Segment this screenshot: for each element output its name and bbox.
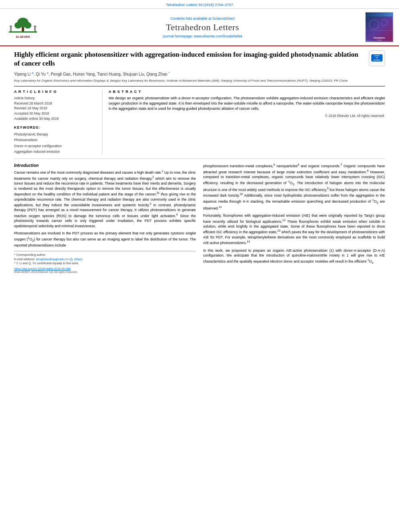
article-title: Highly efficient organic photosensitizer… bbox=[14, 50, 364, 68]
footnote-section: * Corresponding author. E-mail address: … bbox=[14, 251, 196, 273]
article-title-main: Highly efficient organic photosensitizer… bbox=[14, 50, 364, 83]
right-paragraph-1: phosphorescent transition-metal complexe… bbox=[203, 163, 385, 211]
keyword-3: Donor-π-acceptor configuration bbox=[14, 143, 97, 149]
intro-paragraph-2: Photosensitizers are involved in the PDT… bbox=[14, 231, 196, 248]
right-paragraph-3: In this work, we proposed to prepare an … bbox=[203, 248, 385, 265]
article-info-title: A R T I C L E I N F O bbox=[14, 90, 97, 94]
sciencedirect-link[interactable]: ScienceDirect bbox=[212, 16, 235, 21]
abstract-section: A B S T R A C T We design an organic pho… bbox=[109, 90, 385, 155]
svg-point-6 bbox=[10, 25, 12, 28]
intro-paragraph-1: Cancer remains one of the most commonly … bbox=[14, 169, 196, 228]
journal-homepage: journal homepage: www.elsevier.com/locat… bbox=[163, 34, 242, 38]
journal-cover-image: Tetrahedron Letters bbox=[365, 12, 393, 42]
page: Tetrahedron Letters 59 (2018) 2704–2707 bbox=[0, 0, 399, 532]
email-link[interactable]: iamqzhao@njupt.edu.cn (Q. Zhao). bbox=[36, 257, 83, 261]
right-column: phosphorescent transition-metal complexe… bbox=[203, 163, 385, 273]
left-column: Introduction Cancer remains one of the m… bbox=[14, 163, 196, 273]
available-date: Available online 30 May 2018 bbox=[14, 116, 97, 121]
footnote-email: E-mail address: iamqzhao@njupt.edu.cn (Q… bbox=[14, 257, 196, 262]
keyword-list: Photodynamic therapy Photosensitizer Don… bbox=[14, 131, 97, 155]
svg-text:ELSEVIER: ELSEVIER bbox=[16, 35, 30, 38]
homepage-url[interactable]: www.elsevier.com/locate/tetlet bbox=[194, 34, 242, 38]
check-updates-badge: Checkforupdates bbox=[369, 50, 385, 66]
journal-header: ELSEVIER Contents lists available at Sci… bbox=[0, 9, 399, 46]
cover-graphic: Tetrahedron Letters bbox=[366, 16, 392, 41]
accepted-date: Accepted 30 May 2018 bbox=[14, 111, 97, 116]
introduction-title: Introduction bbox=[14, 163, 196, 168]
svg-point-8 bbox=[34, 25, 36, 28]
article-authors: Yipeng Li a, Qi Yu a, Pengli Gao, Huiran… bbox=[14, 71, 364, 76]
elsevier-logo: ELSEVIER bbox=[7, 15, 39, 39]
journal-cover-container: Tetrahedron Letters bbox=[364, 12, 394, 42]
svg-point-3 bbox=[14, 22, 22, 29]
keywords-label: Keywords: bbox=[14, 125, 97, 129]
svg-text:Letters: Letters bbox=[377, 39, 382, 41]
received-date: Received 28 March 2018 bbox=[14, 101, 97, 106]
history-label: Article history: bbox=[14, 96, 97, 101]
keyword-1: Photodynamic therapy bbox=[14, 131, 97, 137]
article-history: Article history: Received 28 March 2018 … bbox=[14, 96, 97, 121]
issn-text: 0040-4039/© 2018 Elsevier Ltd. All right… bbox=[14, 271, 196, 273]
revised-date: Revised 18 May 2018 bbox=[14, 106, 97, 111]
main-content: Introduction Cancer remains one of the m… bbox=[14, 163, 385, 273]
sciencedirect-line: Contents lists available at ScienceDirec… bbox=[170, 16, 234, 21]
copyright-line: © 2018 Elsevier Ltd. All rights reserved… bbox=[109, 114, 385, 118]
check-updates-icon: Checkforupdates bbox=[371, 54, 383, 62]
keyword-4: Aggregation induced emission bbox=[14, 149, 97, 154]
article-info-abstract: A R T I C L E I N F O Article history: R… bbox=[14, 90, 385, 159]
footnote-corresponding: * Corresponding author. bbox=[14, 253, 196, 257]
svg-rect-5 bbox=[10, 27, 12, 31]
article-title-section: Highly efficient organic photosensitizer… bbox=[14, 50, 385, 86]
journal-ref-bar: Tetrahedron Letters 59 (2018) 2704–2707 bbox=[0, 0, 399, 9]
article-body: Highly efficient organic photosensitizer… bbox=[0, 46, 399, 277]
footnote-equal-contrib: ᵃ Y, Li and Q. Yu contributed equally to… bbox=[14, 261, 196, 266]
svg-rect-7 bbox=[34, 27, 36, 31]
article-info: A R T I C L E I N F O Article history: R… bbox=[14, 90, 103, 155]
keywords-section: Keywords: Photodynamic therapy Photosens… bbox=[14, 125, 97, 155]
doi-link[interactable]: https://doi.org/10.1016/j.tetlet.2018.05… bbox=[14, 267, 196, 271]
journal-header-center: Contents lists available at ScienceDirec… bbox=[45, 12, 360, 42]
svg-rect-0 bbox=[9, 31, 37, 33]
journal-ref-link[interactable]: Tetrahedron Letters 59 (2018) 2704–2707 bbox=[166, 3, 233, 7]
svg-point-4 bbox=[24, 22, 31, 29]
journal-title: Tetrahedron Letters bbox=[166, 22, 239, 33]
abstract-title: A B S T R A C T bbox=[109, 90, 385, 94]
affiliation: Key Laboratory for Organic Electronics a… bbox=[14, 79, 364, 83]
abstract-text: We design an organic photosensitizer wit… bbox=[109, 96, 385, 111]
keyword-2: Photosensitizer bbox=[14, 137, 97, 143]
right-paragraph-2: Fortunately, fluorophores with aggregati… bbox=[203, 213, 385, 246]
elsevier-logo-container: ELSEVIER bbox=[5, 12, 41, 42]
